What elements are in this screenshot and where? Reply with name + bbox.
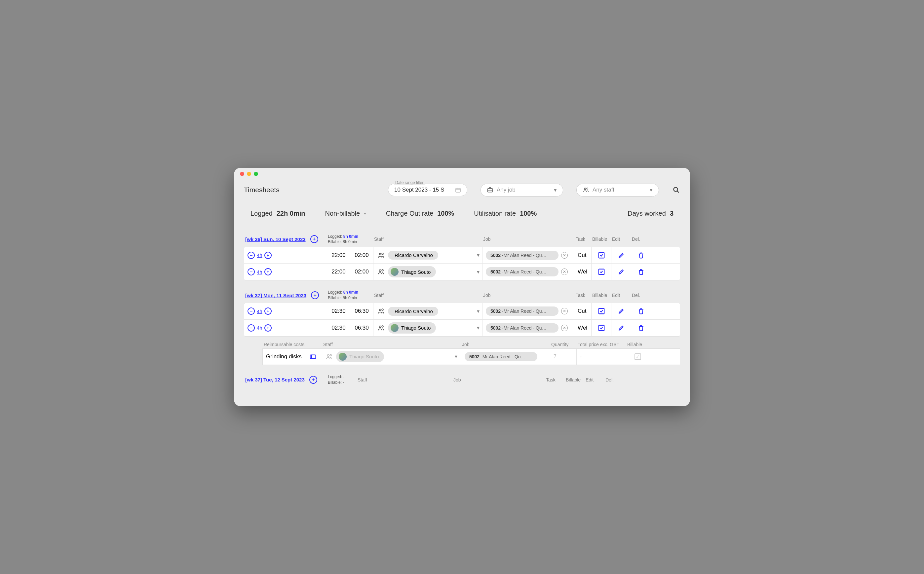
date-range-label: Date range filter xyxy=(394,180,425,185)
clear-job-icon[interactable]: ✕ xyxy=(561,325,568,331)
decrease-duration-button[interactable] xyxy=(248,268,255,276)
people-icon xyxy=(325,353,333,360)
start-time[interactable]: 02:30 xyxy=(327,320,350,336)
cost-staff-select[interactable]: Thiago Souto ▾ xyxy=(322,349,461,364)
increase-duration-button[interactable] xyxy=(264,308,272,315)
day-link[interactable]: [wk 37] Mon, 11 Sept 2023 xyxy=(245,293,306,298)
staff-filter[interactable]: Any staff ▾ xyxy=(577,184,659,197)
minimize-window-button[interactable] xyxy=(247,172,251,176)
end-time[interactable]: 06:30 xyxy=(350,303,373,319)
time-entry-row: 4h 22:00 02:00 Thiago Souto ▾ 5002 -Mr A… xyxy=(244,263,680,280)
job-filter[interactable]: Any job ▾ xyxy=(480,184,563,197)
time-entry-row: 4h 02:30 06:30 Ricardo Carvalho ▾ 5002 -… xyxy=(244,303,680,320)
cost-name: Grinding disks xyxy=(266,353,302,360)
task-header: Task xyxy=(576,293,592,298)
svg-point-4 xyxy=(674,188,678,192)
billable-checkbox[interactable] xyxy=(591,263,611,280)
svg-point-9 xyxy=(382,270,383,271)
totalprice-header: Total price exc. GST xyxy=(578,342,627,347)
start-time[interactable]: 02:30 xyxy=(327,303,350,319)
billable-header: Billable xyxy=(566,377,586,382)
end-time[interactable]: 02:00 xyxy=(350,247,373,263)
clear-job-icon[interactable]: ✕ xyxy=(561,252,568,259)
delete-button[interactable] xyxy=(631,247,651,263)
add-entry-button[interactable]: + xyxy=(311,291,319,299)
edit-button[interactable] xyxy=(611,320,631,336)
increase-duration-button[interactable] xyxy=(264,324,272,331)
cost-job-select[interactable]: 5002 -Mr Alan Reed - Que... xyxy=(461,349,550,364)
edit-button[interactable] xyxy=(611,247,631,263)
billable-checkbox[interactable] xyxy=(591,247,611,263)
avatar xyxy=(391,268,398,276)
duration-link[interactable]: 4h xyxy=(257,309,262,314)
duration-link[interactable]: 4h xyxy=(257,252,262,258)
billable-header: Billable xyxy=(592,293,612,298)
svg-point-11 xyxy=(379,309,381,311)
stats-row: Logged22h 0min Non-billable- Charge Out … xyxy=(244,210,680,217)
duration-link[interactable]: 4h xyxy=(257,269,262,275)
job-select[interactable]: 5002 -Mr Alan Reed - Que... ✕ xyxy=(482,303,575,319)
date-range-filter[interactable]: 10 Sept 2023 - 15 S xyxy=(388,184,467,196)
billable-checkbox[interactable] xyxy=(591,303,611,319)
job-header: Job xyxy=(453,377,546,382)
cost-billable-checkbox[interactable]: ✓ xyxy=(626,349,649,364)
staff-name: Ricardo Carvalho xyxy=(395,309,433,314)
search-icon[interactable] xyxy=(672,186,680,194)
quantity-header: Quantity xyxy=(551,342,578,347)
billable-header: Billable xyxy=(627,342,650,347)
start-time[interactable]: 22:00 xyxy=(327,263,350,280)
start-time[interactable]: 22:00 xyxy=(327,247,350,263)
edit-button[interactable] xyxy=(611,263,631,280)
svg-point-3 xyxy=(587,188,588,189)
end-time[interactable]: 06:30 xyxy=(350,320,373,336)
job-select[interactable]: 5002 -Mr Alan Reed - Que... ✕ xyxy=(482,320,575,336)
svg-point-12 xyxy=(382,309,383,311)
increase-duration-button[interactable] xyxy=(264,268,272,276)
staff-header: Staff xyxy=(323,342,462,347)
edit-header: Edit xyxy=(586,377,605,382)
page-title: Timesheets xyxy=(244,186,280,194)
duration-link[interactable]: 4h xyxy=(257,325,262,331)
utilisation-label: Utilisation rate xyxy=(474,210,516,217)
staff-name: Thiago Souto xyxy=(401,269,431,275)
maximize-window-button[interactable] xyxy=(254,172,258,176)
decrease-duration-button[interactable] xyxy=(248,324,255,331)
decrease-duration-button[interactable] xyxy=(248,308,255,315)
job-select[interactable]: 5002 -Mr Alan Reed - Que... ✕ xyxy=(482,247,575,263)
svg-rect-17 xyxy=(310,355,316,358)
billable-checkbox[interactable] xyxy=(591,320,611,336)
add-entry-button[interactable]: + xyxy=(310,235,318,243)
people-icon xyxy=(583,187,589,193)
edit-button[interactable] xyxy=(611,303,631,319)
logged-value: 22h 0min xyxy=(276,210,305,217)
staff-select[interactable]: Thiago Souto ▾ xyxy=(373,320,482,336)
task-header: Task xyxy=(546,377,566,382)
close-window-button[interactable] xyxy=(240,172,244,176)
chevron-down-icon: ▾ xyxy=(477,325,480,331)
ticket-icon xyxy=(309,353,317,360)
staff-select[interactable]: Ricardo Carvalho ▾ xyxy=(373,247,482,263)
end-time[interactable]: 02:00 xyxy=(350,263,373,280)
delete-button[interactable] xyxy=(631,263,651,280)
job-header: Job xyxy=(462,342,551,347)
day-link[interactable]: [wk 36] Sun, 10 Sept 2023 xyxy=(245,237,306,242)
chargeout-label: Charge Out rate xyxy=(386,210,433,217)
chargeout-value: 100% xyxy=(437,210,454,217)
job-select[interactable]: 5002 -Mr Alan Reed - Que... ✕ xyxy=(482,263,575,280)
staff-select[interactable]: Thiago Souto ▾ xyxy=(373,263,482,280)
delete-button[interactable] xyxy=(631,303,651,319)
staff-filter-placeholder: Any staff xyxy=(592,187,614,193)
daysworked-label: Days worked xyxy=(627,210,666,217)
staff-select[interactable]: Ricardo Carvalho ▾ xyxy=(373,303,482,319)
job-header: Job xyxy=(483,293,576,298)
decrease-duration-button[interactable] xyxy=(248,252,255,259)
svg-point-6 xyxy=(382,253,383,255)
add-entry-button[interactable]: + xyxy=(309,376,317,384)
day-link[interactable]: [wk 37] Tue, 12 Sept 2023 xyxy=(245,377,305,382)
clear-job-icon[interactable]: ✕ xyxy=(561,268,568,275)
quantity-input[interactable]: 7 xyxy=(550,349,577,364)
increase-duration-button[interactable] xyxy=(264,252,272,259)
clear-job-icon[interactable]: ✕ xyxy=(561,308,568,314)
delete-button[interactable] xyxy=(631,320,651,336)
staff-name: Thiago Souto xyxy=(349,354,379,360)
